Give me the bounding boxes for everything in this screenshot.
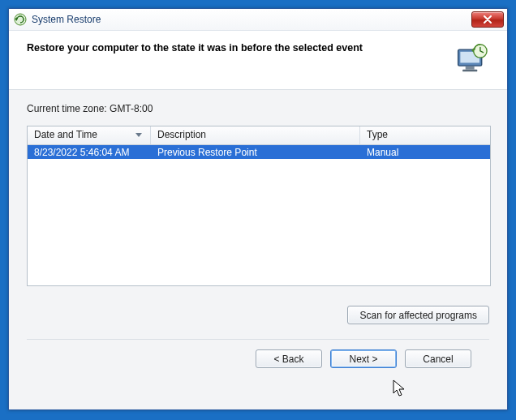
restore-points-table[interactable]: Date and Time Description Type 8/23/2022… xyxy=(27,126,491,286)
back-button[interactable]: < Back xyxy=(256,349,322,368)
col-header-date-label: Date and Time xyxy=(34,129,97,140)
restore-monitor-clock-icon xyxy=(454,42,489,75)
cell-date: 8/23/2022 5:46:04 AM xyxy=(28,147,151,158)
svg-rect-4 xyxy=(466,66,475,70)
svg-rect-5 xyxy=(462,70,477,72)
cell-description: Previous Restore Point xyxy=(151,147,360,158)
wizard-body: Current time zone: GMT-8:00 Date and Tim… xyxy=(9,90,507,409)
system-restore-icon xyxy=(14,13,27,26)
table-header-row: Date and Time Description Type xyxy=(28,126,490,145)
next-button[interactable]: Next > xyxy=(330,349,397,368)
cell-type: Manual xyxy=(360,147,490,158)
col-header-type[interactable]: Type xyxy=(360,126,490,144)
table-body: 8/23/2022 5:46:04 AM Previous Restore Po… xyxy=(28,145,490,285)
scan-affected-programs-button[interactable]: Scan for affected programs xyxy=(347,306,489,324)
col-header-description[interactable]: Description xyxy=(151,126,360,144)
col-header-date[interactable]: Date and Time xyxy=(28,126,151,144)
desktop-background: System Restore Restore your computer to … xyxy=(0,0,516,420)
timezone-label: Current time zone: GMT-8:00 xyxy=(27,103,489,114)
system-restore-window: System Restore Restore your computer to … xyxy=(8,8,508,410)
wizard-footer: < Back Next > Cancel xyxy=(27,340,489,379)
col-header-type-label: Type xyxy=(367,129,388,140)
col-header-desc-label: Description xyxy=(157,129,206,140)
table-row[interactable]: 8/23/2022 5:46:04 AM Previous Restore Po… xyxy=(28,145,490,159)
titlebar[interactable]: System Restore xyxy=(9,9,507,31)
window-title: System Restore xyxy=(32,14,101,25)
cancel-button[interactable]: Cancel xyxy=(405,349,471,368)
close-button[interactable] xyxy=(471,11,504,28)
wizard-header: Restore your computer to the state it wa… xyxy=(9,31,507,90)
close-icon xyxy=(483,15,492,24)
wizard-header-text: Restore your computer to the state it wa… xyxy=(27,42,363,54)
scan-row: Scan for affected programs xyxy=(27,306,489,324)
